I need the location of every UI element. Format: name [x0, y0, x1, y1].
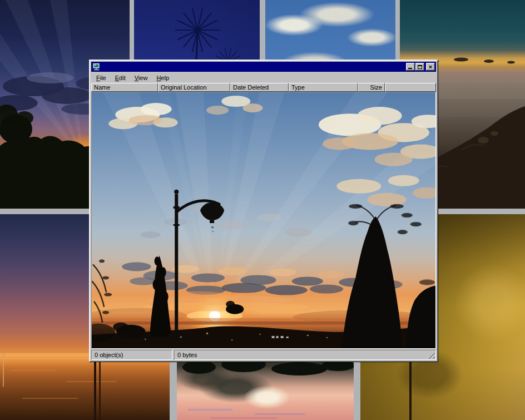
- water-ripples: [11, 370, 117, 399]
- desktop: { "colors": { "titlebar": "#000080", "wi…: [0, 0, 525, 420]
- column-header-size[interactable]: Size: [358, 83, 385, 92]
- column-headers: Name Original Location Date Deleted Type…: [91, 83, 436, 92]
- recycle-bin-window: × File Edit View Help Name Original Loca…: [89, 60, 438, 362]
- status-object-count: 0 object(s): [91, 350, 172, 360]
- computer-icon[interactable]: [92, 63, 101, 71]
- close-icon: ×: [429, 64, 432, 70]
- minimize-icon: [408, 68, 412, 69]
- column-header-filler: [385, 83, 436, 92]
- column-header-type[interactable]: Type: [289, 83, 358, 92]
- menu-item-help[interactable]: Help: [152, 73, 174, 82]
- minimize-button[interactable]: [406, 63, 415, 71]
- column-header-name[interactable]: Name: [91, 83, 158, 92]
- menu-item-file[interactable]: File: [92, 73, 111, 82]
- column-header-original-location[interactable]: Original Location: [158, 83, 230, 92]
- pole-silhouettes: [1, 353, 101, 420]
- maximize-icon: [418, 65, 422, 69]
- close-button[interactable]: ×: [426, 63, 435, 71]
- maximize-button[interactable]: [415, 63, 424, 71]
- menu-item-view[interactable]: View: [130, 73, 152, 82]
- titlebar[interactable]: ×: [91, 62, 436, 72]
- file-list-view[interactable]: [91, 92, 436, 349]
- status-byte-count: 0 bytes: [174, 350, 436, 360]
- menu-item-edit[interactable]: Edit: [111, 73, 130, 82]
- column-header-date-deleted[interactable]: Date Deleted: [230, 83, 289, 92]
- status-bar: 0 object(s) 0 bytes: [91, 350, 436, 360]
- colored-streaks: [188, 409, 305, 419]
- sunset-lamp-photo: [92, 92, 435, 348]
- menu-bar: File Edit View Help: [91, 72, 436, 83]
